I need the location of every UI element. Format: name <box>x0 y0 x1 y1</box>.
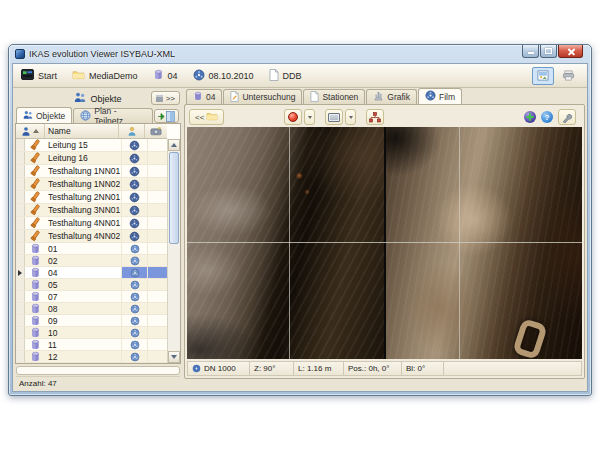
row-extra-cell <box>147 339 167 350</box>
object-row[interactable]: Testhaltung 4NN01 <box>16 217 167 230</box>
tab-grafik[interactable]: Grafik <box>366 89 417 104</box>
objects-icon <box>74 92 86 105</box>
toolbar-item-start[interactable]: Start <box>21 69 57 82</box>
list-scrollbar[interactable] <box>167 139 180 363</box>
minimize-icon <box>528 52 534 54</box>
video-viewport[interactable] <box>187 127 582 359</box>
tab-label: Stationen <box>322 92 358 102</box>
status-dn-value: DN 1000 <box>204 364 236 373</box>
document-edit-icon <box>230 91 239 104</box>
client-area: Start MediaDemo 04 08.10.2010 DDB <box>12 63 588 392</box>
objects-panel-header: Objekte >> <box>15 90 181 107</box>
preview-button[interactable] <box>532 67 554 85</box>
row-indicator <box>16 243 25 254</box>
tab-untersuchung[interactable]: Untersuchung <box>223 89 302 104</box>
tab-objekte[interactable]: Objekte <box>16 107 72 123</box>
object-name: 02 <box>45 256 121 266</box>
row-extra-cell <box>147 152 167 164</box>
status-dn: DN 1000 <box>188 362 250 375</box>
capture-controls <box>284 109 384 125</box>
film-icon <box>121 339 147 350</box>
toolbar-item-object[interactable]: 04 <box>153 69 178 82</box>
record-button[interactable] <box>284 109 302 125</box>
row-indicator <box>16 339 25 350</box>
object-row[interactable]: 01 <box>16 243 167 255</box>
object-row[interactable]: Testhaltung 1NN02 <box>16 178 167 191</box>
printer-icon <box>562 70 575 81</box>
status-z: Z: 90° <box>250 362 294 375</box>
start-icon <box>21 69 34 82</box>
titlebar[interactable]: IKAS evolution Viewer ISYBAU-XML <box>9 45 591 63</box>
tab-04[interactable]: 04 <box>186 89 222 104</box>
row-indicator <box>16 291 25 302</box>
object-row[interactable]: Leitung 15 <box>16 139 167 152</box>
count-label: Anzahl: 47 <box>19 379 57 388</box>
monitor-icon <box>328 113 340 122</box>
close-button[interactable] <box>558 45 583 58</box>
toolbar-item-date[interactable]: 08.10.2010 <box>193 69 254 83</box>
object-row[interactable]: Testhaltung 2NN01 <box>16 191 167 204</box>
row-extra-cell <box>147 279 167 290</box>
object-row[interactable]: Leitung 16 <box>16 152 167 165</box>
collapse-label: >> <box>166 94 175 103</box>
tab-label: Film <box>439 92 455 102</box>
tab-film[interactable]: Film <box>418 88 462 104</box>
help-glyph: ? <box>545 113 550 122</box>
back-button[interactable]: << <box>189 109 224 125</box>
object-row[interactable]: 05 <box>16 279 167 291</box>
step-iron <box>512 318 548 359</box>
window-controls <box>522 45 583 58</box>
column-type[interactable] <box>16 124 45 138</box>
help-button[interactable]: ? <box>541 111 553 123</box>
row-indicator <box>16 327 25 338</box>
object-row[interactable]: 10 <box>16 327 167 339</box>
scroll-up-button[interactable] <box>168 139 180 151</box>
print-button[interactable] <box>557 67 579 85</box>
film-icon <box>121 291 147 302</box>
maximize-button[interactable] <box>540 45 557 58</box>
object-row[interactable]: Testhaltung 1NN01 <box>16 165 167 178</box>
row-extra-cell <box>147 191 167 203</box>
settings-button[interactable] <box>558 109 576 125</box>
detail-tabbar: 04 Untersuchung Stationen Grafik <box>184 88 585 104</box>
green-arrow-icon <box>157 111 175 122</box>
row-indicator <box>16 204 25 216</box>
object-row[interactable]: Testhaltung 4NN02 <box>16 230 167 243</box>
object-row[interactable]: 09 <box>16 315 167 327</box>
pipe-icon <box>25 191 45 203</box>
object-row[interactable]: 04 <box>16 267 167 279</box>
object-row[interactable]: 11 <box>16 339 167 351</box>
toolbar-item-mediademo[interactable]: MediaDemo <box>72 69 138 82</box>
tab-stationen[interactable]: Stationen <box>303 89 365 104</box>
column-name[interactable]: Name <box>45 124 119 138</box>
folder-icon <box>72 69 85 82</box>
object-name: 04 <box>45 268 121 278</box>
screen-button[interactable] <box>325 109 343 125</box>
tab-plan-teilnetz[interactable]: Plan - Teilnetz <box>73 108 152 123</box>
preview-icon <box>537 70 549 81</box>
toolbar-item-ddb[interactable]: DDB <box>269 69 302 83</box>
row-indicator <box>16 217 25 229</box>
object-row[interactable]: 08 <box>16 303 167 315</box>
row-extra-cell <box>147 217 167 229</box>
toolbar-item-label: 04 <box>168 71 178 81</box>
scrollbar-thumb[interactable] <box>169 152 179 244</box>
minimize-button[interactable] <box>522 45 539 58</box>
column-media[interactable] <box>145 124 167 138</box>
globe-add-icon[interactable] <box>524 111 536 123</box>
object-row[interactable]: 02 <box>16 255 167 267</box>
row-indicator <box>16 152 25 164</box>
network-button[interactable] <box>366 109 384 125</box>
record-dropdown[interactable] <box>304 109 315 125</box>
scroll-down-button[interactable] <box>168 351 180 363</box>
collapse-panel-button[interactable]: >> <box>151 91 180 105</box>
row-extra-cell <box>147 291 167 302</box>
object-row[interactable]: 07 <box>16 291 167 303</box>
column-inspector[interactable] <box>119 124 145 138</box>
object-row[interactable]: Testhaltung 3NN01 <box>16 204 167 217</box>
screen-dropdown[interactable] <box>345 109 356 125</box>
arrow-up-icon <box>171 143 177 147</box>
object-row[interactable]: 12 <box>16 351 167 363</box>
dock-panel-button[interactable] <box>154 109 179 123</box>
object-name: Testhaltung 1NN01 <box>45 166 121 176</box>
